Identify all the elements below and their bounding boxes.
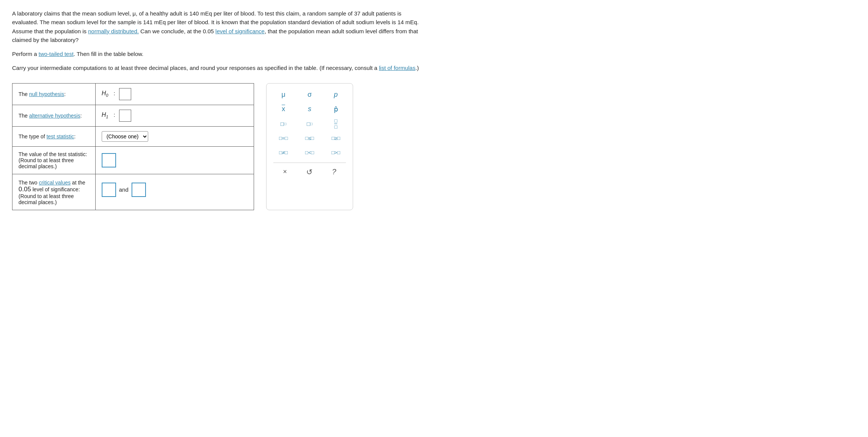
h0-input[interactable] (119, 88, 131, 100)
test-statistic-round-note: (Round to at least threedecimal places.) (19, 157, 74, 169)
alternative-hypothesis-link[interactable]: alternative hypothesis (29, 113, 80, 119)
paragraph3: Carry your intermediate computations to … (12, 64, 422, 72)
h1-colon: : (114, 112, 115, 118)
symbol-lt[interactable]: □<□ (299, 147, 319, 158)
and-text: and (119, 186, 129, 193)
alternative-hypothesis-row: The alternative hypothesis: H1 : (12, 105, 254, 126)
symbol-neq[interactable]: □≠□ (273, 147, 293, 158)
symbol-panel: μ σ p x s p̂ □□ □□ □ □ □=□ (266, 83, 353, 210)
critical-values-inputs: and (102, 180, 248, 197)
symbol-square-superscript[interactable]: □□ (273, 118, 293, 129)
symbol-subscript-box[interactable]: □□ (299, 118, 319, 129)
null-hypothesis-cell: H0 : (95, 83, 254, 105)
paragraph1: A laboratory claims that the mean sodium… (12, 9, 422, 44)
symbol-times[interactable]: × (283, 167, 287, 177)
symbol-help[interactable]: ? (332, 167, 336, 177)
symbol-fraction[interactable]: □ □ (326, 118, 346, 129)
h1-input[interactable] (119, 110, 131, 122)
normally-distributed-link[interactable]: normally distributed. (88, 28, 139, 34)
main-content: The null hypothesis: H0 : The alternativ… (12, 83, 422, 210)
critical-values-round-note: (Round to at least threedecimal places.) (19, 193, 74, 205)
paragraph2: Perform a two-tailed test. Then fill in … (12, 50, 422, 58)
null-hypothesis-link[interactable]: null hypothesis (29, 91, 64, 97)
symbol-mu[interactable]: μ (273, 90, 293, 100)
symbol-phat[interactable]: p̂ (326, 104, 346, 115)
significance-level-value: 0.05 (19, 186, 31, 193)
test-statistic-link[interactable]: test statistic (46, 133, 74, 139)
h0-colon: : (114, 90, 115, 96)
null-hypothesis-label: The null hypothesis: (12, 83, 96, 105)
test-statistic-value-row: The value of the test statistic: (Round … (12, 146, 254, 174)
symbol-undo[interactable]: ↺ (306, 167, 313, 177)
list-of-formulas-link[interactable]: list of formulas (379, 65, 415, 71)
symbol-xbar[interactable]: x (273, 104, 293, 115)
test-statistic-value-input[interactable] (102, 153, 116, 167)
alternative-hypothesis-label: The alternative hypothesis: (12, 105, 96, 126)
level-of-significance-link[interactable]: level of significance (215, 28, 265, 34)
test-statistic-type-cell: (Choose one) Z t Chi-square F (95, 126, 254, 146)
hypothesis-table: The null hypothesis: H0 : The alternativ… (12, 83, 254, 210)
test-statistic-value-label: The value of the test statistic: (Round … (12, 146, 96, 174)
symbol-geq[interactable]: □≥□ (326, 133, 346, 144)
table-section: The null hypothesis: H0 : The alternativ… (12, 83, 254, 210)
null-hypothesis-row: The null hypothesis: H0 : (12, 83, 254, 105)
h1-label: H1 (102, 112, 108, 118)
symbol-leq[interactable]: □≤□ (299, 133, 319, 144)
symbol-equals[interactable]: □=□ (273, 133, 293, 144)
critical-values-cell: and (95, 174, 254, 210)
critical-values-label: The two critical values at the 0.05 leve… (12, 174, 96, 210)
symbol-sigma[interactable]: σ (299, 90, 319, 100)
test-statistic-select[interactable]: (Choose one) Z t Chi-square F (102, 131, 148, 142)
symbol-grid-top: μ σ p x s p̂ □□ □□ □ □ □=□ (273, 90, 346, 158)
critical-values-row: The two critical values at the 0.05 leve… (12, 174, 254, 210)
critical-value-2-input[interactable] (132, 183, 146, 197)
critical-value-1-input[interactable] (102, 183, 116, 197)
symbol-divider (273, 163, 346, 163)
test-statistic-type-row: The type of test statistic: (Choose one)… (12, 126, 254, 146)
symbol-gt[interactable]: □>□ (326, 147, 346, 158)
two-tailed-test-link[interactable]: two-tailed test (39, 51, 74, 57)
symbol-p[interactable]: p (326, 90, 346, 100)
symbol-bottom-row: × ↺ ? (273, 167, 346, 177)
h0-label: H0 (102, 90, 108, 96)
symbol-s[interactable]: s (299, 104, 319, 115)
test-statistic-value-cell (95, 146, 254, 174)
test-statistic-type-label: The type of test statistic: (12, 126, 96, 146)
critical-values-link[interactable]: critical values (39, 180, 71, 186)
alternative-hypothesis-cell: H1 : (95, 105, 254, 126)
